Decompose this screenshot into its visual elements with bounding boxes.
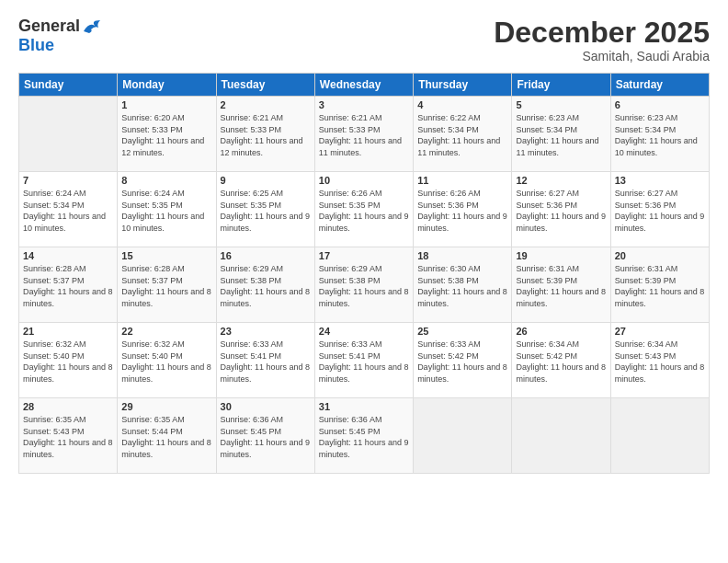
table-row bbox=[512, 398, 610, 474]
table-row: 10 Sunrise: 6:26 AMSunset: 5:35 PMDaylig… bbox=[314, 172, 413, 247]
table-row: 22 Sunrise: 6:32 AMSunset: 5:40 PMDaylig… bbox=[118, 323, 216, 398]
logo-blue-text: Blue bbox=[18, 36, 54, 55]
table-row: 9 Sunrise: 6:25 AMSunset: 5:35 PMDayligh… bbox=[216, 172, 314, 247]
day-info: Sunrise: 6:28 AMSunset: 5:37 PMDaylight:… bbox=[121, 264, 211, 308]
page: General Blue December 2025 Samitah, Saud… bbox=[0, 0, 728, 563]
calendar-header-row: Sunday Monday Tuesday Wednesday Thursday… bbox=[19, 74, 710, 97]
day-number: 11 bbox=[417, 175, 507, 186]
day-number: 15 bbox=[121, 250, 211, 261]
header: General Blue December 2025 Samitah, Saud… bbox=[18, 17, 710, 63]
day-number: 27 bbox=[615, 326, 705, 337]
day-number: 13 bbox=[615, 175, 705, 186]
day-info: Sunrise: 6:26 AMSunset: 5:36 PMDaylight:… bbox=[417, 189, 507, 233]
day-number: 6 bbox=[615, 99, 705, 110]
table-row: 26 Sunrise: 6:34 AMSunset: 5:42 PMDaylig… bbox=[512, 323, 610, 398]
day-info: Sunrise: 6:32 AMSunset: 5:40 PMDaylight:… bbox=[121, 339, 211, 384]
day-number: 2 bbox=[221, 99, 311, 110]
table-row: 30 Sunrise: 6:36 AMSunset: 5:45 PMDaylig… bbox=[216, 398, 314, 474]
header-friday: Friday bbox=[512, 74, 610, 97]
day-info: Sunrise: 6:23 AMSunset: 5:34 PMDaylight:… bbox=[516, 113, 598, 157]
day-number: 29 bbox=[121, 401, 211, 412]
calendar-week-row: 21 Sunrise: 6:32 AMSunset: 5:40 PMDaylig… bbox=[19, 323, 710, 398]
day-number: 22 bbox=[121, 326, 211, 337]
day-info: Sunrise: 6:27 AMSunset: 5:36 PMDaylight:… bbox=[615, 189, 705, 233]
day-info: Sunrise: 6:22 AMSunset: 5:34 PMDaylight:… bbox=[417, 113, 500, 157]
calendar-week-row: 28 Sunrise: 6:35 AMSunset: 5:43 PMDaylig… bbox=[19, 398, 710, 474]
day-number: 18 bbox=[417, 250, 507, 261]
day-info: Sunrise: 6:24 AMSunset: 5:34 PMDaylight:… bbox=[23, 189, 106, 233]
day-info: Sunrise: 6:21 AMSunset: 5:33 PMDaylight:… bbox=[221, 113, 303, 157]
day-info: Sunrise: 6:23 AMSunset: 5:34 PMDaylight:… bbox=[615, 113, 698, 157]
table-row bbox=[414, 398, 512, 474]
day-number: 3 bbox=[319, 99, 409, 110]
day-info: Sunrise: 6:26 AMSunset: 5:35 PMDaylight:… bbox=[319, 189, 409, 233]
day-info: Sunrise: 6:35 AMSunset: 5:43 PMDaylight:… bbox=[23, 415, 113, 459]
day-number: 23 bbox=[221, 326, 311, 337]
day-info: Sunrise: 6:36 AMSunset: 5:45 PMDaylight:… bbox=[221, 415, 311, 459]
table-row: 27 Sunrise: 6:34 AMSunset: 5:43 PMDaylig… bbox=[610, 323, 709, 398]
day-number: 7 bbox=[23, 175, 113, 186]
calendar-week-row: 1 Sunrise: 6:20 AMSunset: 5:33 PMDayligh… bbox=[19, 97, 710, 172]
table-row: 1 Sunrise: 6:20 AMSunset: 5:33 PMDayligh… bbox=[118, 97, 216, 172]
day-info: Sunrise: 6:31 AMSunset: 5:39 PMDaylight:… bbox=[615, 264, 705, 308]
table-row bbox=[610, 398, 709, 474]
table-row: 14 Sunrise: 6:28 AMSunset: 5:37 PMDaylig… bbox=[19, 247, 118, 323]
day-number: 19 bbox=[516, 250, 606, 261]
month-title: December 2025 bbox=[494, 17, 710, 49]
day-info: Sunrise: 6:27 AMSunset: 5:36 PMDaylight:… bbox=[516, 189, 606, 233]
day-info: Sunrise: 6:24 AMSunset: 5:35 PMDaylight:… bbox=[121, 189, 204, 233]
table-row: 23 Sunrise: 6:33 AMSunset: 5:41 PMDaylig… bbox=[216, 323, 314, 398]
table-row: 16 Sunrise: 6:29 AMSunset: 5:38 PMDaylig… bbox=[216, 247, 314, 323]
table-row: 12 Sunrise: 6:27 AMSunset: 5:36 PMDaylig… bbox=[512, 172, 610, 247]
day-info: Sunrise: 6:33 AMSunset: 5:42 PMDaylight:… bbox=[417, 339, 507, 384]
calendar-week-row: 14 Sunrise: 6:28 AMSunset: 5:37 PMDaylig… bbox=[19, 247, 710, 323]
day-number: 16 bbox=[221, 250, 311, 261]
day-info: Sunrise: 6:28 AMSunset: 5:37 PMDaylight:… bbox=[23, 264, 113, 308]
day-number: 10 bbox=[319, 175, 409, 186]
day-number: 17 bbox=[319, 250, 409, 261]
day-number: 25 bbox=[417, 326, 507, 337]
header-monday: Monday bbox=[118, 74, 216, 97]
table-row: 11 Sunrise: 6:26 AMSunset: 5:36 PMDaylig… bbox=[414, 172, 512, 247]
day-number: 1 bbox=[121, 99, 211, 110]
table-row: 31 Sunrise: 6:36 AMSunset: 5:45 PMDaylig… bbox=[314, 398, 413, 474]
day-number: 4 bbox=[417, 99, 507, 110]
day-info: Sunrise: 6:29 AMSunset: 5:38 PMDaylight:… bbox=[319, 264, 409, 308]
day-number: 5 bbox=[516, 99, 606, 110]
table-row: 20 Sunrise: 6:31 AMSunset: 5:39 PMDaylig… bbox=[610, 247, 709, 323]
logo: General Blue bbox=[18, 17, 102, 55]
header-saturday: Saturday bbox=[610, 74, 709, 97]
day-info: Sunrise: 6:35 AMSunset: 5:44 PMDaylight:… bbox=[121, 415, 211, 459]
table-row: 28 Sunrise: 6:35 AMSunset: 5:43 PMDaylig… bbox=[19, 398, 118, 474]
table-row: 6 Sunrise: 6:23 AMSunset: 5:34 PMDayligh… bbox=[610, 97, 709, 172]
table-row: 25 Sunrise: 6:33 AMSunset: 5:42 PMDaylig… bbox=[414, 323, 512, 398]
table-row: 5 Sunrise: 6:23 AMSunset: 5:34 PMDayligh… bbox=[512, 97, 610, 172]
day-info: Sunrise: 6:21 AMSunset: 5:33 PMDaylight:… bbox=[319, 113, 402, 157]
day-number: 8 bbox=[121, 175, 211, 186]
day-number: 31 bbox=[319, 401, 409, 412]
header-wednesday: Wednesday bbox=[314, 74, 413, 97]
day-number: 14 bbox=[23, 250, 113, 261]
table-row: 3 Sunrise: 6:21 AMSunset: 5:33 PMDayligh… bbox=[314, 97, 413, 172]
day-number: 9 bbox=[221, 175, 311, 186]
day-number: 24 bbox=[319, 326, 409, 337]
day-info: Sunrise: 6:31 AMSunset: 5:39 PMDaylight:… bbox=[516, 264, 606, 308]
header-tuesday: Tuesday bbox=[216, 74, 314, 97]
table-row: 2 Sunrise: 6:21 AMSunset: 5:33 PMDayligh… bbox=[216, 97, 314, 172]
day-info: Sunrise: 6:32 AMSunset: 5:40 PMDaylight:… bbox=[23, 339, 113, 384]
table-row: 18 Sunrise: 6:30 AMSunset: 5:38 PMDaylig… bbox=[414, 247, 512, 323]
table-row: 8 Sunrise: 6:24 AMSunset: 5:35 PMDayligh… bbox=[118, 172, 216, 247]
table-row: 19 Sunrise: 6:31 AMSunset: 5:39 PMDaylig… bbox=[512, 247, 610, 323]
logo-general-text: General bbox=[18, 17, 80, 36]
header-thursday: Thursday bbox=[414, 74, 512, 97]
day-info: Sunrise: 6:33 AMSunset: 5:41 PMDaylight:… bbox=[319, 339, 409, 384]
day-info: Sunrise: 6:36 AMSunset: 5:45 PMDaylight:… bbox=[319, 415, 409, 459]
day-info: Sunrise: 6:20 AMSunset: 5:33 PMDaylight:… bbox=[121, 113, 204, 157]
day-info: Sunrise: 6:29 AMSunset: 5:38 PMDaylight:… bbox=[221, 264, 311, 308]
calendar-table: Sunday Monday Tuesday Wednesday Thursday… bbox=[18, 73, 710, 474]
table-row: 4 Sunrise: 6:22 AMSunset: 5:34 PMDayligh… bbox=[414, 97, 512, 172]
day-number: 26 bbox=[516, 326, 606, 337]
calendar-week-row: 7 Sunrise: 6:24 AMSunset: 5:34 PMDayligh… bbox=[19, 172, 710, 247]
title-block: December 2025 Samitah, Saudi Arabia bbox=[494, 17, 710, 63]
table-row: 24 Sunrise: 6:33 AMSunset: 5:41 PMDaylig… bbox=[314, 323, 413, 398]
